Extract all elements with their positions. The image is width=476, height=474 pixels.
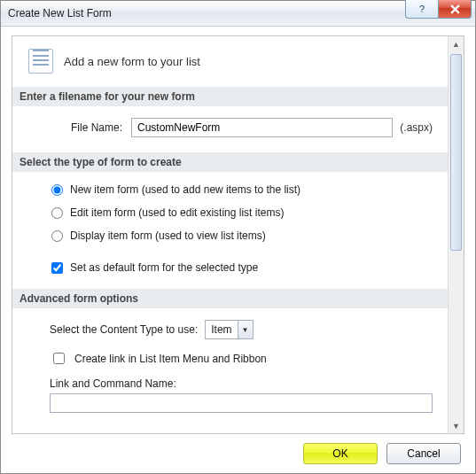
formtype-options: New item form (used to add new items to … [51,183,433,274]
radio-new-item-input[interactable] [51,184,63,196]
command-name-label: Link and Command Name: [50,377,176,390]
radio-display-item-label: Display item form (used to view list ite… [70,229,266,242]
scroll-area: Add a new form to your list Enter a file… [12,36,449,433]
close-button[interactable] [439,0,472,19]
dialog-window: Create New List Form ? Add a new form to… [0,0,476,474]
scroll-thumb[interactable] [450,54,462,251]
section-formtype: Select the type of form to create [12,152,449,173]
chevron-down-icon: ▼ [238,321,253,338]
radio-new-item-label: New item form (used to add new items to … [70,183,300,196]
filename-label: File Name: [51,121,122,134]
command-name-row: Link and Command Name: [50,377,433,413]
dialog-footer: OK Cancel [12,434,464,464]
close-icon [450,4,460,14]
radio-new-item[interactable]: New item form (used to add new items to … [51,183,433,196]
radio-display-item-input[interactable] [51,230,63,242]
content-type-value: Item [206,323,237,336]
ok-button[interactable]: OK [303,443,378,464]
cancel-button[interactable]: Cancel [386,443,461,464]
window-buttons: ? [405,0,472,19]
filename-ext: (.aspx) [400,121,433,134]
scroll-down-icon[interactable]: ▼ [449,418,464,433]
section-filename: Enter a filename for your new form [12,86,449,107]
form-icon [28,49,53,74]
help-button[interactable]: ? [405,0,439,19]
filename-row: File Name: (.aspx) [51,118,433,137]
filename-input[interactable] [131,118,393,137]
content-panel: Add a new form to your list Enter a file… [12,35,464,434]
radio-edit-item-input[interactable] [51,207,63,219]
dialog-body: Add a new form to your list Enter a file… [1,27,475,473]
content-type-label: Select the Content Type to use: [50,323,198,336]
scroll-up-icon[interactable]: ▲ [449,36,464,51]
advanced-options: Select the Content Type to use: Item ▼ C… [50,320,433,413]
checkbox-set-default-input[interactable] [51,262,63,274]
checkbox-create-link-label: Create link in List Item Menu and Ribbon [74,353,267,365]
radio-edit-item[interactable]: Edit item form (used to edit existing li… [51,206,433,219]
radio-display-item[interactable]: Display item form (used to view list ite… [51,229,433,242]
content-type-select[interactable]: Item ▼ [205,320,253,339]
dialog-heading: Add a new form to your list [64,55,200,68]
command-name-input[interactable] [50,393,433,413]
checkbox-set-default[interactable]: Set as default form for the selected typ… [51,261,433,274]
section-advanced: Advanced form options [12,288,449,309]
checkbox-create-link[interactable]: Create link in List Item Menu and Ribbon [50,350,433,367]
dialog-header: Add a new form to your list [28,49,433,74]
vertical-scrollbar[interactable]: ▲ ▼ [448,36,464,433]
radio-edit-item-label: Edit item form (used to edit existing li… [70,206,284,219]
window-title: Create New List Form [8,7,112,19]
checkbox-set-default-label: Set as default form for the selected typ… [70,261,258,274]
checkbox-create-link-input[interactable] [53,353,65,364]
title-bar: Create New List Form ? [1,1,475,27]
content-type-row: Select the Content Type to use: Item ▼ [50,320,433,339]
